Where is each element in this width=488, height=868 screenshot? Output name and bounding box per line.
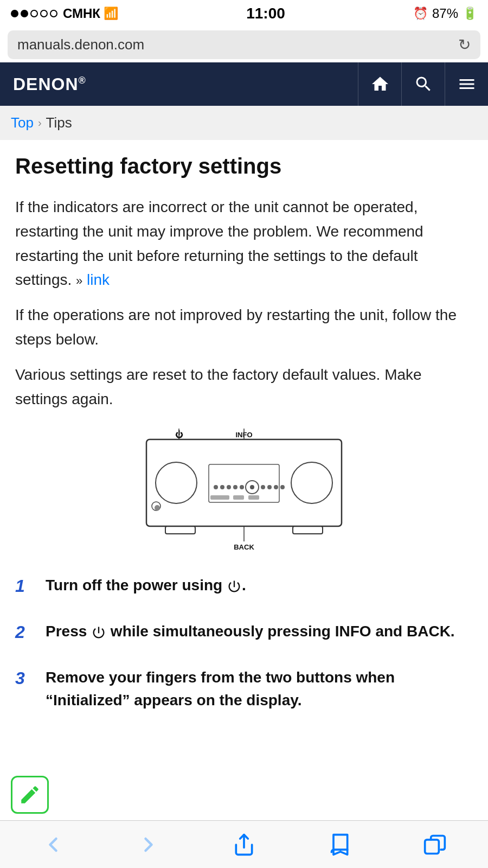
- svg-rect-17: [210, 495, 229, 500]
- svg-point-21: [155, 505, 160, 510]
- status-right: ⏰ 87% 🔋: [413, 6, 477, 21]
- brand-text: DENON®: [13, 74, 86, 94]
- svg-point-8: [227, 485, 231, 489]
- hamburger-icon: [457, 74, 477, 94]
- url-text: manuals.denon.com: [17, 36, 144, 53]
- status-bar: СМНК 📶 11:00 ⏰ 87% 🔋: [0, 0, 488, 27]
- nav-header: DENON®: [0, 62, 488, 106]
- menu-button[interactable]: [445, 62, 488, 106]
- pencil-icon: [18, 783, 41, 801]
- svg-point-9: [233, 485, 237, 489]
- power-icon-step2: [91, 625, 106, 640]
- svg-point-7: [220, 485, 224, 489]
- svg-point-13: [261, 485, 265, 489]
- breadcrumb: Top › Tips: [0, 106, 488, 140]
- step-3-text: Remove your fingers from the two buttons…: [46, 666, 473, 712]
- step-3: 3 Remove your fingers from the two butto…: [15, 666, 473, 712]
- svg-point-15: [274, 485, 278, 489]
- device-diagram: ⏻ INFO: [15, 427, 473, 558]
- svg-rect-24: [165, 526, 195, 534]
- reload-icon[interactable]: ↻: [458, 36, 471, 54]
- page-title: Resetting factory settings: [15, 153, 473, 179]
- restart-link[interactable]: link: [87, 271, 110, 288]
- step-1: 1 Turn off the power using .: [15, 574, 473, 598]
- various-paragraph: Various settings are reset to the factor…: [15, 363, 473, 412]
- breadcrumb-current: Tips: [46, 114, 72, 131]
- svg-point-10: [240, 485, 244, 489]
- brand-logo: DENON®: [0, 62, 358, 106]
- battery-percent: 87%: [432, 6, 458, 21]
- step-2-number: 2: [15, 620, 35, 644]
- step-3-number: 3: [15, 666, 35, 691]
- svg-point-6: [214, 485, 218, 489]
- step-2: 2 Press while simultaneously pressing IN…: [15, 620, 473, 644]
- home-button[interactable]: [358, 62, 401, 106]
- search-icon: [414, 74, 433, 94]
- float-edit-button[interactable]: [11, 776, 49, 801]
- svg-point-4: [291, 462, 332, 503]
- battery-icon: 🔋: [463, 7, 477, 21]
- svg-point-14: [267, 485, 272, 489]
- intro-paragraph: If the indicators are incorrect or the u…: [15, 195, 473, 292]
- breadcrumb-separator: ›: [38, 117, 42, 129]
- follow-paragraph: If the operations are not improved by re…: [15, 303, 473, 352]
- power-icon-step1: [227, 579, 242, 594]
- step-2-text: Press while simultaneously pressing INFO…: [46, 620, 455, 643]
- svg-rect-25: [293, 526, 323, 534]
- carrier-label: СМНК: [63, 6, 100, 21]
- signal-dots: [11, 10, 57, 17]
- time-display: 11:00: [246, 5, 285, 22]
- step-1-number: 1: [15, 574, 35, 598]
- url-bar[interactable]: manuals.denon.com ↻: [8, 30, 480, 59]
- step-1-text: Turn off the power using .: [46, 574, 246, 597]
- breadcrumb-top-link[interactable]: Top: [11, 114, 34, 131]
- svg-rect-19: [248, 495, 259, 500]
- main-content: Resetting factory settings If the indica…: [0, 140, 488, 746]
- svg-rect-18: [233, 495, 244, 500]
- svg-point-3: [156, 462, 197, 503]
- home-icon: [370, 74, 390, 94]
- svg-point-12: [250, 485, 254, 489]
- search-button[interactable]: [401, 62, 445, 106]
- status-left: СМНК 📶: [11, 6, 118, 21]
- svg-rect-2: [146, 439, 342, 526]
- alarm-icon: ⏰: [413, 7, 428, 21]
- svg-text:BACK: BACK: [234, 543, 254, 551]
- link-arrow: »: [76, 274, 82, 288]
- svg-point-16: [280, 485, 285, 489]
- steps-list: 1 Turn off the power using . 2 Press whi…: [15, 574, 473, 712]
- device-diagram-svg: ⏻ INFO: [125, 427, 363, 558]
- wifi-icon: 📶: [104, 7, 118, 21]
